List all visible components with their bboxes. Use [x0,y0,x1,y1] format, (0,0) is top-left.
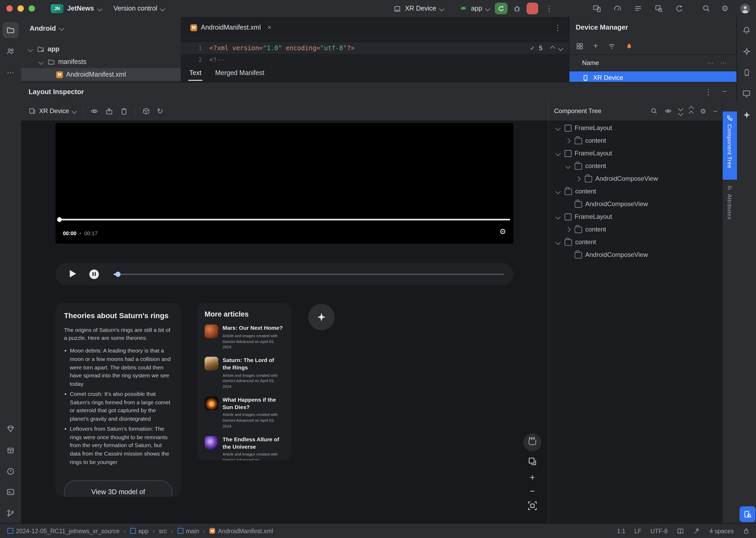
zoom-to-fit-button[interactable] [528,501,537,511]
line-separator-widget[interactable]: LF [634,528,642,534]
article-item[interactable]: What Happens if the Sun Dies? Article an… [204,396,284,430]
close-window-button[interactable] [6,5,13,12]
tree-node-content[interactable]: content [549,185,723,198]
gemini-fab-button[interactable] [308,304,335,330]
lock-icon[interactable] [743,527,750,534]
chevron-right-icon[interactable] [565,138,570,143]
tree-node-content[interactable]: content [549,134,723,147]
commit-tool-button[interactable] [3,421,19,437]
inspections-widget[interactable]: ✓ 5 [530,42,562,54]
side-tab-component-tree[interactable]: Component Tree [723,112,737,180]
logcat-icon[interactable] [634,4,642,13]
firebase-flame-icon[interactable] [626,42,633,50]
expand-all-icon[interactable] [679,107,682,115]
tree-node-content[interactable]: content [549,223,723,236]
tree-node-manifests[interactable]: manifests [21,56,181,68]
terminal-tool-button[interactable] [3,484,19,500]
rerun-button[interactable] [495,3,507,14]
article-item[interactable]: Saturn: The Lord of the Rings Article an… [204,357,284,390]
ai-assistant-tool-button[interactable] [738,43,754,59]
project-tool-button[interactable] [3,22,19,38]
debug-button[interactable] [513,4,521,13]
seek-track[interactable] [114,274,504,275]
snapshot-icon[interactable] [105,107,113,115]
layout-inspector-tool-button[interactable] [740,506,755,522]
tree-node-framelayout[interactable]: FrameLayout [549,122,723,134]
project-view-selector[interactable]: Android [29,21,63,35]
tree-settings-gear-icon[interactable]: ⚙ [700,107,706,115]
chevron-down-icon[interactable] [555,125,560,131]
reader-mode-icon[interactable] [677,527,684,535]
tree-node-content[interactable]: content [549,160,723,172]
panel-options-icon[interactable]: ⋮ [705,88,712,96]
caret-position-widget[interactable]: 1:1 [617,528,625,534]
project-widget[interactable]: JetNews [67,5,94,12]
zoom-in-button[interactable]: + [523,471,541,484]
more-tool-windows-button[interactable]: ⋯ [3,65,19,80]
device-manager-tool-button[interactable] [738,65,754,80]
article-item[interactable]: The Endless Allure of the Universe Artic… [204,436,284,460]
tree-node-androidcomposeview[interactable]: AndroidComposeView [549,172,723,185]
indent-widget[interactable]: 4 spaces [710,528,734,534]
build-tool-button[interactable] [3,442,19,458]
highlighting-icon[interactable] [693,527,701,535]
device-table-name-header[interactable]: Name [582,55,599,71]
breadcrumb-app[interactable]: app [130,528,148,534]
play-icon[interactable] [70,270,76,278]
chevron-down-icon[interactable] [555,151,560,156]
hide-tree-icon[interactable]: − [713,107,718,115]
tree-node-app[interactable]: app [21,43,181,56]
tree-node-framelayout[interactable]: FrameLayout [549,147,723,160]
seek-thumb[interactable] [115,271,121,277]
editor-options-icon[interactable]: ⋮ [554,23,561,32]
minimize-window-button[interactable] [18,5,24,12]
view-options-eye-icon[interactable] [90,107,98,115]
inspector-device-selector[interactable]: XR Device [29,107,76,115]
minimize-panel-icon[interactable]: − [722,87,727,96]
problems-tool-button[interactable] [3,463,19,479]
editor-tab[interactable]: M AndroidManifest.xml × [184,17,278,38]
next-problem-icon[interactable] [558,45,563,51]
video-progress-bar[interactable] [59,219,510,220]
collapse-all-icon[interactable] [689,107,693,115]
device-grid-icon[interactable] [576,42,584,50]
view-tab-merged-manifest[interactable]: Merged Manifest [215,69,264,77]
tree-node-content[interactable]: content [549,236,723,248]
tree-node-framelayout[interactable]: FrameLayout [549,210,723,223]
column-options-icon[interactable]: … [707,58,714,65]
search-icon[interactable] [702,4,710,13]
device-mirroring-icon[interactable] [593,4,601,13]
chevron-down-icon[interactable] [555,214,560,219]
add-device-icon[interactable]: + [593,41,598,51]
structure-tool-button[interactable] [3,43,19,59]
3d-mode-icon[interactable] [142,107,150,115]
more-run-actions-icon[interactable]: ⋮ [546,4,553,13]
maximize-window-button[interactable] [29,5,35,12]
version-control-tool-button[interactable] [3,505,19,521]
close-tab-icon[interactable]: × [268,24,271,31]
article-item[interactable]: Mars: Our Next Home? Article and images … [204,325,284,350]
run-configuration-selector[interactable]: app [459,5,490,12]
notifications-tool-button[interactable] [738,22,754,38]
pair-wifi-icon[interactable] [608,42,616,50]
stop-button[interactable] [527,3,538,14]
device-row-xr-device[interactable]: XR Device [569,71,737,82]
chevron-down-icon[interactable] [555,189,560,194]
video-settings-icon[interactable]: ⚙ [499,227,506,236]
search-icon[interactable] [650,107,658,115]
profiler-icon[interactable] [613,4,622,13]
tree-node-androidcomposeview[interactable]: AndroidComposeView [549,248,723,261]
prev-problem-icon[interactable] [550,45,555,51]
app-inspection-icon[interactable] [655,4,663,13]
view-3d-model-button[interactable]: View 3D model of [64,480,172,497]
export-snapshot-icon[interactable] [120,107,128,115]
side-tab-attributes[interactable]: Attributes [723,181,737,224]
breadcrumb-root[interactable]: 2024-12-05_RC11_jetnews_xr_source [7,528,119,534]
device-selector[interactable]: XR Device [393,5,443,12]
running-devices-tool-button[interactable] [738,85,754,101]
chevron-right-icon[interactable] [565,227,570,232]
code-line-2[interactable]: 2 <!-- [181,54,569,66]
zoom-out-button[interactable]: − [523,486,541,497]
refresh-icon[interactable]: ↻ [157,107,163,115]
chevron-right-icon[interactable] [575,176,580,181]
